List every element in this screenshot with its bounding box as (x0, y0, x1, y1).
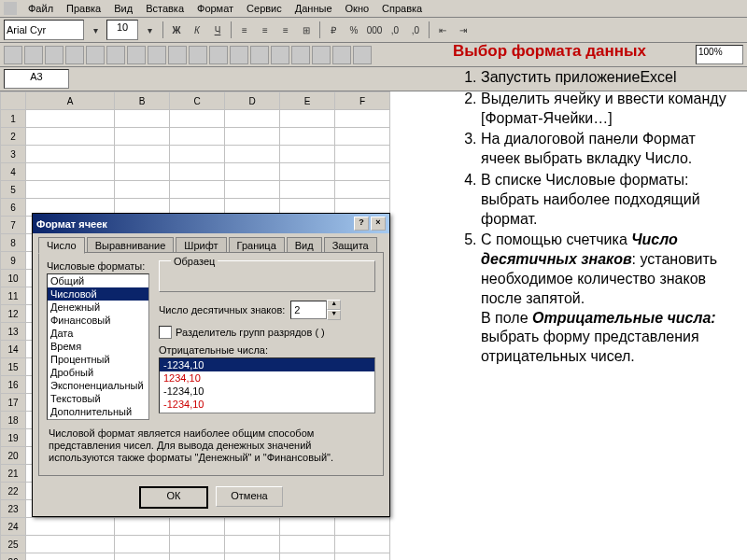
currency-icon[interactable]: ₽ (324, 21, 343, 39)
sort-asc-icon[interactable] (291, 46, 310, 64)
row-header[interactable]: 13 (1, 323, 26, 341)
menu-view[interactable]: Вид (108, 2, 138, 15)
neg-item[interactable]: -1234,10 (160, 358, 374, 371)
menu-edit[interactable]: Правка (61, 2, 106, 15)
tab-font[interactable]: Шрифт (176, 237, 226, 253)
font-select[interactable]: Arial Cyr (4, 20, 84, 40)
sort-desc-icon[interactable] (312, 46, 331, 64)
print-icon[interactable] (65, 46, 84, 64)
menu-data[interactable]: Данные (289, 2, 338, 15)
neg-item[interactable]: 1234,10 (160, 371, 374, 385)
draw-icon[interactable] (353, 46, 372, 64)
row-header[interactable]: 24 (1, 518, 26, 536)
list-item[interactable]: Время (48, 340, 148, 353)
col-header[interactable]: F (335, 92, 390, 110)
menu-file[interactable]: Файл (22, 2, 59, 15)
fx-icon[interactable] (108, 73, 121, 86)
tab-number[interactable]: Число (38, 237, 85, 254)
spell-icon[interactable] (106, 46, 125, 64)
dec-decimal-icon[interactable]: ,0 (406, 21, 425, 39)
font-size[interactable]: 10 (106, 20, 138, 40)
row-header[interactable]: 9 (1, 252, 26, 270)
align-center-icon[interactable]: ≡ (256, 21, 275, 39)
menu-format[interactable]: Формат (191, 2, 239, 15)
tab-protection[interactable]: Защита (324, 237, 377, 253)
select-all[interactable] (1, 92, 26, 110)
new-icon[interactable] (4, 46, 22, 64)
menu-help[interactable]: Справка (376, 2, 428, 15)
cut-icon[interactable] (127, 46, 146, 64)
fn-icon[interactable] (271, 46, 289, 64)
formats-listbox[interactable]: Общий Числовой Денежный Финансовый Дата … (47, 273, 149, 420)
menu-insert[interactable]: Вставка (140, 2, 190, 15)
paste-icon[interactable] (168, 46, 187, 64)
list-item[interactable]: Дробный (48, 366, 148, 379)
row-header[interactable]: 4 (1, 163, 26, 181)
row-header[interactable]: 23 (1, 500, 26, 518)
list-item[interactable]: Дополнительный (48, 405, 148, 418)
row-header[interactable]: 17 (1, 394, 26, 412)
redo-icon[interactable] (209, 46, 228, 64)
list-item[interactable]: Процентный (48, 353, 148, 366)
neg-item[interactable]: -1234,10 (160, 398, 374, 411)
list-item[interactable]: Дата (48, 327, 148, 340)
italic-button[interactable]: К (188, 21, 206, 39)
cancel-icon[interactable] (75, 73, 88, 86)
decimals-spinner[interactable]: ▲ ▼ (290, 300, 341, 320)
inc-indent-icon[interactable]: ⇥ (454, 21, 472, 39)
row-header[interactable]: 2 (1, 128, 26, 146)
inc-decimal-icon[interactable]: ,0 (386, 21, 404, 39)
underline-button[interactable]: Ч (208, 21, 227, 39)
row-header[interactable]: 10 (1, 270, 26, 287)
list-item[interactable]: Финансовый (48, 314, 148, 327)
save-icon[interactable] (45, 46, 63, 64)
col-header[interactable]: B (115, 92, 170, 110)
align-right-icon[interactable]: ≡ (276, 21, 295, 39)
row-header[interactable]: 6 (1, 199, 26, 217)
open-icon[interactable] (24, 46, 43, 64)
help-button[interactable]: ? (354, 217, 369, 231)
sum-icon[interactable] (250, 46, 269, 64)
row-header[interactable]: 25 (1, 536, 26, 553)
cancel-button[interactable]: Отмена (216, 486, 283, 507)
tab-view[interactable]: Вид (287, 237, 322, 253)
decimals-input[interactable] (290, 301, 327, 319)
thousands-checkbox[interactable] (159, 326, 172, 339)
row-header[interactable]: 3 (1, 146, 26, 163)
row-header[interactable]: 12 (1, 305, 26, 323)
merge-icon[interactable]: ⊞ (297, 21, 316, 39)
link-icon[interactable] (230, 46, 248, 64)
row-header[interactable]: 8 (1, 234, 26, 252)
row-header[interactable]: 26 (1, 553, 26, 561)
spin-up-icon[interactable]: ▲ (327, 300, 341, 310)
spin-down-icon[interactable]: ▼ (327, 310, 341, 320)
row-header[interactable]: 11 (1, 287, 26, 305)
name-box[interactable]: A3 (4, 69, 69, 89)
list-item[interactable]: Экспоненциальный (48, 379, 148, 392)
neg-item[interactable]: -1234,10 (160, 385, 374, 398)
row-header[interactable]: 19 (1, 429, 26, 447)
row-header[interactable]: 1 (1, 110, 26, 128)
row-header[interactable]: 16 (1, 376, 26, 394)
menu-tools[interactable]: Сервис (241, 2, 288, 15)
col-header[interactable]: C (170, 92, 225, 110)
tab-border[interactable]: Граница (229, 237, 285, 253)
col-header[interactable]: A (26, 92, 115, 110)
chart-icon[interactable] (332, 46, 351, 64)
row-header[interactable]: 5 (1, 181, 26, 199)
copy-icon[interactable] (148, 46, 166, 64)
list-item[interactable]: Текстовый (48, 392, 148, 405)
ok-button[interactable]: ОК (139, 486, 208, 509)
tab-alignment[interactable]: Выравнивание (87, 237, 175, 253)
dec-indent-icon[interactable]: ⇤ (433, 21, 452, 39)
percent-icon[interactable]: % (345, 21, 363, 39)
enter-icon[interactable] (92, 73, 105, 86)
comma-icon[interactable]: 000 (365, 21, 384, 39)
row-header[interactable]: 21 (1, 465, 26, 483)
dropdown-icon[interactable]: ▾ (140, 21, 159, 39)
row-header[interactable]: 15 (1, 358, 26, 376)
undo-icon[interactable] (189, 46, 207, 64)
neg-listbox[interactable]: -1234,10 1234,10 -1234,10 -1234,10 (159, 357, 375, 413)
row-header[interactable]: 20 (1, 447, 26, 465)
menu-window[interactable]: Окно (340, 2, 375, 15)
